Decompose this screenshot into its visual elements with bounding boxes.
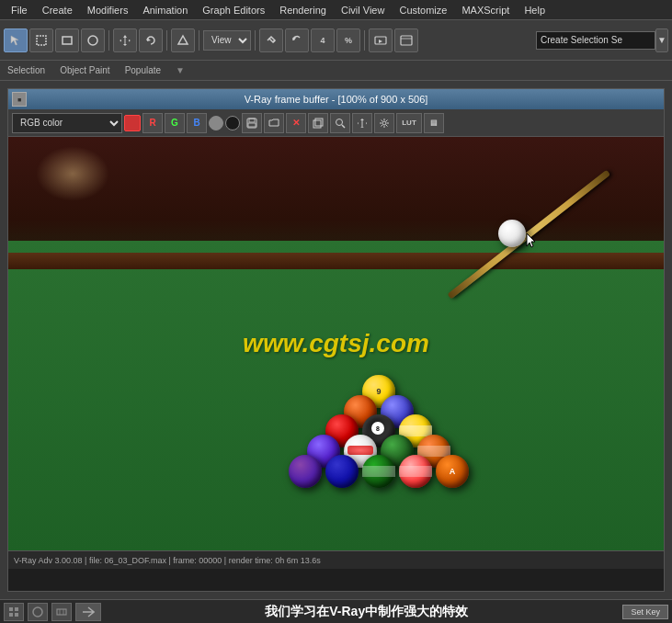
menu-rendering[interactable]: Rendering [272, 3, 334, 17]
view-dropdown[interactable]: View [203, 30, 251, 51]
vfb-save-btn[interactable] [242, 113, 262, 133]
sub-toolbar: Selection Object Paint Populate ▼ [0, 61, 672, 81]
menu-file[interactable]: File [4, 3, 35, 17]
svg-rect-17 [15, 613, 18, 617]
vfb-color-swatch[interactable] [124, 115, 141, 131]
menu-help[interactable]: Help [517, 3, 552, 17]
undo-button[interactable] [285, 28, 309, 52]
vfb-pan-btn[interactable] [352, 113, 372, 133]
vfb-settings-btn[interactable] [374, 113, 394, 133]
vfb-window-icon: ■ [12, 92, 27, 107]
svg-rect-14 [9, 607, 13, 611]
svg-rect-8 [248, 123, 256, 127]
create-selection-dropdown[interactable]: ▼ [655, 28, 668, 52]
main-content: ■ V-Ray frame buffer - [100% of 900 x 50… [0, 81, 672, 599]
bottom-icon-2[interactable] [28, 603, 48, 621]
toolbar-sep-2 [166, 30, 167, 51]
svg-rect-4 [401, 36, 412, 45]
billiard-scene: www.cgtsj.com 9 [8, 137, 664, 550]
menu-civil-view[interactable]: Civil View [334, 3, 392, 17]
sub-populate[interactable]: Populate [121, 63, 165, 77]
vfb-r-channel[interactable]: R [142, 113, 163, 133]
render-setup-btn[interactable] [394, 28, 418, 52]
ball-5: A [436, 455, 469, 488]
toolbar-sep-5 [364, 30, 365, 51]
vfb-zoom-btn[interactable] [330, 113, 350, 133]
vfb-window: ■ V-Ray frame buffer - [100% of 900 x 50… [7, 88, 665, 592]
cursor [524, 232, 539, 252]
vfb-circle-1[interactable] [209, 116, 223, 130]
region-select-button[interactable] [29, 28, 53, 52]
svg-rect-16 [9, 613, 13, 617]
sub-expand-btn[interactable]: ▼ [176, 65, 185, 75]
svg-point-2 [88, 36, 97, 45]
svg-rect-0 [37, 36, 46, 45]
menu-maxscript[interactable]: MAXScript [454, 3, 517, 17]
scale-button[interactable] [171, 28, 195, 52]
vfb-b-channel[interactable]: B [187, 113, 207, 133]
vfb-circle-2[interactable] [225, 116, 240, 130]
menu-graph-editors[interactable]: Graph Editors [195, 3, 272, 17]
menu-customize[interactable]: Customize [392, 3, 454, 17]
vfb-g-channel[interactable]: G [165, 113, 185, 133]
vfb-clear-btn[interactable]: ✕ [286, 113, 306, 133]
toolbar-sep-1 [108, 30, 109, 51]
window-light [36, 146, 109, 201]
bottom-icon-3[interactable] [51, 603, 72, 621]
vfb-clone-btn[interactable] [308, 113, 328, 133]
ball-stripe-red [399, 455, 432, 488]
svg-point-18 [33, 607, 42, 617]
vfb-toolbar: RGB color R G B ✕ [8, 109, 664, 137]
toolbar-sep-4 [255, 30, 256, 51]
svg-rect-15 [15, 607, 18, 611]
svg-line-12 [342, 125, 345, 128]
sub-object-paint[interactable]: Object Paint [56, 63, 113, 77]
render-btn[interactable] [369, 28, 393, 52]
render-canvas: www.cgtsj.com 9 [8, 137, 664, 550]
svg-point-13 [382, 121, 386, 125]
vfb-extra-btn[interactable]: ▤ [424, 113, 444, 133]
vfb-lut-btn[interactable]: LUT [396, 113, 422, 133]
vfb-open-btn[interactable] [264, 113, 284, 133]
svg-rect-10 [315, 119, 323, 126]
vfb-titlebar[interactable]: ■ V-Ray frame buffer - [100% of 900 x 50… [8, 89, 664, 109]
toolbar-sep-3 [199, 30, 199, 51]
bottom-icon-1[interactable] [4, 603, 24, 621]
svg-rect-19 [57, 609, 66, 615]
bottom-icon-4[interactable] [75, 603, 101, 621]
svg-rect-9 [313, 120, 321, 128]
rotate-button[interactable] [139, 28, 163, 52]
table-rail-top [8, 253, 664, 269]
menu-bar: File Create Modifiers Animation Graph Ed… [0, 0, 672, 20]
ball-purple [289, 455, 322, 488]
table-surface [8, 241, 664, 551]
svg-rect-1 [63, 37, 72, 44]
create-selection-input[interactable] [536, 31, 655, 50]
set-key-button[interactable]: Set Key [622, 605, 668, 619]
rect-select-button[interactable] [55, 28, 79, 52]
svg-point-11 [336, 119, 343, 125]
menu-animation[interactable]: Animation [135, 3, 195, 17]
vfb-title: V-Ray frame buffer - [100% of 900 x 506] [245, 94, 428, 105]
chinese-text: 我们学习在V-Ray中制作强大的特效 [114, 604, 619, 620]
color-channel-dropdown[interactable]: RGB color [12, 113, 122, 133]
move-button[interactable] [113, 28, 137, 52]
number-btn[interactable]: 4 [311, 28, 335, 52]
svg-rect-7 [249, 119, 255, 122]
percent-btn[interactable]: % [336, 28, 360, 52]
cue-ball [498, 220, 526, 247]
vfb-status-text: V-Ray Adv 3.00.08 | file: 06_03_DOF.max … [14, 556, 321, 565]
ball-stripe-green [362, 455, 395, 488]
vfb-statusbar: V-Ray Adv 3.00.08 | file: 06_03_DOF.max … [8, 550, 664, 569]
sub-selection[interactable]: Selection [4, 63, 49, 77]
bottom-bar: 我们学习在V-Ray中制作强大的特效 Set Key [0, 599, 672, 623]
link-button[interactable] [259, 28, 283, 52]
main-toolbar: View 4 % ▼ [0, 20, 672, 61]
ball-blue [325, 455, 359, 488]
circle-select-button[interactable] [81, 28, 105, 52]
menu-modifiers[interactable]: Modifiers [80, 3, 136, 17]
menu-create[interactable]: Create [35, 3, 80, 17]
select-button[interactable] [4, 28, 28, 52]
